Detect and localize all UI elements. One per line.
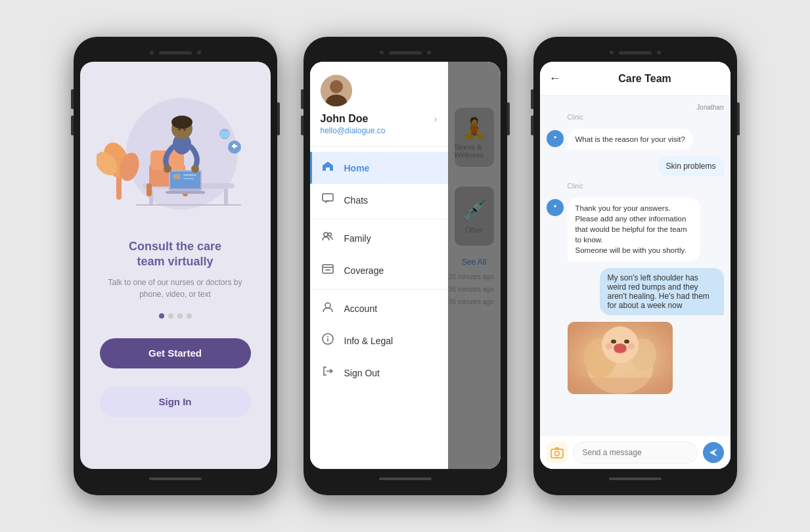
nav-label-info: Info & Legal (344, 336, 394, 346)
svg-rect-21 (183, 174, 196, 176)
svg-point-14 (171, 116, 192, 129)
user-avatar (321, 75, 352, 106)
clinic-label-2: Clinic (568, 183, 724, 190)
dot-3 (177, 313, 183, 319)
nav-drawer: John Doe › hello@dialogue.co (310, 62, 448, 469)
svg-point-33 (330, 80, 343, 93)
svg-point-41 (325, 303, 330, 308)
svg-point-57 (611, 340, 616, 344)
phone-left-buttons-2 (301, 89, 304, 135)
scene: Consult the care team virtually Talk to … (0, 0, 810, 532)
phone-navigation: 🧘 Stress & Wellness 💉 Other See All 35 m… (304, 37, 507, 495)
clinic-msg-2: Thank you for your answers. Please add a… (568, 198, 701, 261)
nav-item-chats[interactable]: Chats (310, 184, 448, 216)
svg-rect-18 (170, 171, 200, 188)
nav-item-account[interactable]: Account (310, 292, 448, 324)
nav-label-chats: Chats (344, 195, 369, 206)
dot-1 (159, 313, 164, 319)
svg-rect-7 (224, 188, 228, 205)
clinic-msg-2-row: Thank you for your answers. Please add a… (547, 198, 724, 261)
chat-input-bar (540, 435, 731, 469)
home-indicator-3 (609, 477, 662, 480)
svg-rect-19 (166, 191, 205, 194)
clinic-avatar-1 (547, 130, 564, 147)
sign-in-button[interactable]: Sign In (100, 387, 251, 417)
svg-rect-35 (323, 194, 333, 201)
nav-label-coverage: Coverage (344, 265, 384, 276)
svg-rect-38 (323, 265, 333, 273)
phone-right-button-2 (507, 102, 510, 135)
nav-label-signout: Sign Out (344, 368, 380, 378)
user-msg-skin: Skin problems (658, 156, 723, 176)
nav-item-info[interactable]: Info & Legal (310, 324, 448, 357)
phone-notch-2 (310, 43, 501, 62)
phone-screen-3: ← Care Team Jonathan Clinic W (540, 62, 731, 469)
active-indicator (310, 152, 312, 184)
phone-inner: Consult the care team virtually Talk to … (80, 43, 271, 489)
get-started-button[interactable]: Get Started (100, 338, 251, 368)
phone-notch (80, 43, 271, 62)
drawer-name-row: John Doe › (321, 113, 438, 125)
onboarding-screen: Consult the care team virtually Talk to … (80, 62, 271, 469)
phone-bottom-2 (310, 469, 501, 489)
coverage-icon (321, 262, 335, 278)
navigation-screen: 🧘 Stress & Wellness 💉 Other See All 35 m… (310, 62, 501, 469)
chat-title: Care Team (569, 73, 721, 85)
clinic-label-1: Clinic (568, 114, 724, 121)
svg-point-63 (554, 451, 559, 456)
home-indicator-2 (379, 477, 432, 480)
phone-chat: ← Care Team Jonathan Clinic W (533, 37, 737, 495)
svg-point-15 (178, 128, 181, 131)
svg-rect-27 (220, 131, 229, 138)
svg-point-59 (606, 343, 612, 349)
onboarding-subtitle: Talk to one of our nurses or doctors by … (100, 277, 251, 300)
illustration-area (93, 75, 258, 233)
drawer-nav: Home Chats (310, 146, 448, 469)
home-indicator (149, 477, 202, 480)
user-msg-description: My son's left shoulder has weird red bum… (600, 268, 724, 315)
phone-bottom (80, 469, 271, 489)
nav-item-signout[interactable]: Sign Out (310, 357, 448, 389)
home-icon (321, 160, 335, 176)
nav-item-home[interactable]: Home (310, 152, 448, 184)
nav-divider-1 (310, 219, 448, 219)
svg-point-44 (327, 336, 328, 338)
phone-inner-2: 🧘 Stress & Wellness 💉 Other See All 35 m… (310, 43, 501, 489)
user-name: John Doe (321, 113, 369, 125)
nav-label-family: Family (344, 233, 371, 244)
nav-item-family[interactable]: Family (310, 222, 448, 254)
clinic-avatar-2 (547, 199, 564, 216)
onboarding-text: Consult the care team virtually Talk to … (93, 233, 258, 313)
illustration-svg (97, 81, 254, 226)
phone-bottom-3 (540, 469, 731, 489)
account-icon (321, 300, 335, 317)
phone-right-button (277, 102, 280, 135)
svg-rect-30 (233, 144, 235, 148)
dot-4 (187, 313, 192, 319)
phone-left-buttons (71, 89, 74, 135)
svg-point-56 (614, 347, 626, 353)
svg-point-37 (328, 233, 331, 236)
info-icon (321, 332, 335, 349)
svg-rect-49 (554, 205, 556, 208)
sender-name: Jonathan (696, 104, 723, 111)
phone-onboarding: Consult the care team virtually Talk to … (74, 37, 277, 495)
svg-rect-10 (146, 183, 152, 196)
chevron-icon: › (434, 114, 438, 124)
back-button[interactable]: ← (549, 72, 561, 85)
svg-point-36 (324, 233, 328, 236)
chat-header: ← Care Team (540, 62, 731, 96)
onboarding-title: Consult the care team virtually (100, 239, 251, 270)
svg-rect-61 (568, 378, 673, 394)
phone-screen-2: 🧘 Stress & Wellness 💉 Other See All 35 m… (310, 62, 501, 469)
message-input[interactable] (573, 441, 698, 464)
phone-notch-3 (540, 43, 731, 62)
camera-button[interactable] (547, 442, 568, 463)
drawer-overlay[interactable] (448, 62, 501, 469)
svg-point-24 (164, 165, 171, 173)
dot-2 (168, 313, 173, 319)
pagination-dots (159, 313, 192, 319)
nav-item-coverage[interactable]: Coverage (310, 254, 448, 286)
user-msg-image (568, 322, 673, 394)
send-button[interactable] (703, 442, 724, 463)
